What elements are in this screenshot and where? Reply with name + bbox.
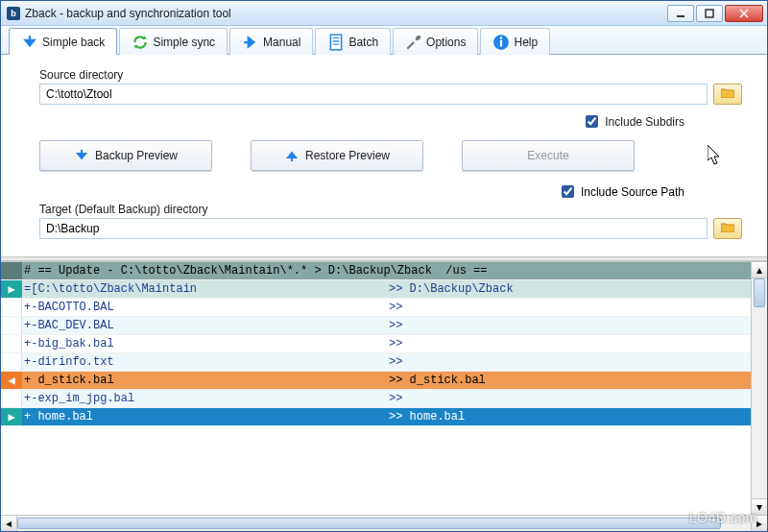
log-gutter-icon [1,353,22,371]
arrow-up-icon [284,148,300,163]
tab-manual[interactable]: Manual [229,28,313,55]
include-source-path-checkbox[interactable] [562,185,574,198]
window-controls [667,5,767,22]
log-row[interactable]: ▶=[C:\totto\Zback\Maintain>> D:\Backup\Z… [1,280,751,299]
log-text: +-exp_im_jpg.bal>> [22,390,751,407]
log-text: +-BAC_DEV.BAL>> [22,317,751,334]
browse-target-button[interactable] [713,218,742,239]
tab-label: Options [426,36,466,49]
log-text: +-big_bak.bal>> [22,335,751,352]
log-text: +-BACOTTO.BAL>> [22,299,751,316]
log-row[interactable]: ◀+ d_stick.bal>> d_stick.bal [1,372,751,390]
window-title: Zback - backup and synchronization tool [25,7,667,20]
browse-source-button[interactable] [713,84,742,105]
include-subdirs-option[interactable]: Include Subdirs [582,112,684,131]
execute-button: Execute [462,140,635,171]
include-subdirs-label: Include Subdirs [605,115,684,129]
log-gutter-icon [1,299,22,316]
log-text: + home.bal>> home.bal [22,408,751,425]
log-gutter-icon [1,335,22,352]
log-row[interactable]: +-big_bak.bal>> [1,335,751,353]
log-gutter-icon: ▶ [1,408,22,425]
log-text: =[C:\totto\Zback\Maintain>> D:\Backup\Zb… [22,280,751,298]
svg-rect-1 [706,10,713,17]
log-text: + d_stick.bal>> d_stick.bal [22,372,751,389]
app-window: b Zback - backup and synchronization too… [0,0,768,532]
log-gutter-icon: ◀ [1,372,22,389]
title-bar: b Zback - backup and synchronization too… [1,1,767,26]
backup-preview-button[interactable]: Backup Preview [39,140,212,171]
log-pane: # == Update - C:\totto\Zback\Maintain\*.… [1,261,767,515]
log-list[interactable]: # == Update - C:\totto\Zback\Maintain\*.… [1,262,751,515]
svg-rect-5 [500,39,502,46]
log-row[interactable]: ▶+ home.bal>> home.bal [1,408,751,426]
tab-label: Manual [263,36,300,49]
tab-label: Simple sync [153,36,215,49]
source-dir-label: Source directory [39,68,742,82]
tools-icon [405,34,422,51]
target-dir-label: Target (Default Backup) directory [39,203,742,216]
svg-rect-6 [500,36,502,38]
simple-back-panel: Source directory Include Subdirs Backup … [1,55,767,256]
document-icon [327,34,345,51]
include-subdirs-checkbox[interactable] [586,115,598,128]
scroll-thumb[interactable] [754,278,765,307]
scroll-up-button[interactable]: ▴ [752,262,767,278]
tab-bar: Simple back Simple sync Manual Batch Opt… [1,26,767,55]
app-icon: b [7,7,20,20]
log-gutter-icon: ▶ [1,280,22,298]
tab-label: Batch [348,36,378,49]
button-label: Backup Preview [95,149,178,162]
scroll-down-button[interactable]: ▾ [752,498,767,515]
sync-icon [132,34,149,51]
log-row[interactable]: # == Update - C:\totto\Zback\Maintain\*.… [1,262,751,280]
log-gutter-icon [1,317,22,334]
log-text: +-dirinfo.txt>> [22,353,751,371]
maximize-button[interactable] [696,5,723,22]
log-gutter-icon [1,262,22,279]
tab-batch[interactable]: Batch [315,28,391,55]
svg-point-3 [416,36,420,40]
tab-help[interactable]: Help [480,28,550,55]
arrow-down-icon [21,34,38,51]
scroll-right-button[interactable]: ▸ [751,516,767,531]
include-source-path-label: Include Source Path [581,185,684,199]
log-row[interactable]: +-exp_im_jpg.bal>> [1,390,751,408]
button-label: Execute [527,149,568,162]
log-row[interactable]: +-BACOTTO.BAL>> [1,299,751,317]
minimize-button[interactable] [667,5,694,22]
source-dir-input[interactable] [39,84,708,105]
button-label: Restore Preview [305,149,390,162]
scroll-left-button[interactable]: ◂ [1,516,17,531]
log-row[interactable]: +-dirinfo.txt>> [1,353,751,372]
restore-preview-button[interactable]: Restore Preview [251,140,423,171]
tab-simple-sync[interactable]: Simple sync [119,28,228,55]
scroll-thumb-h[interactable] [17,518,721,529]
info-icon [492,34,510,51]
folder-icon [721,87,734,101]
svg-rect-2 [331,35,342,50]
tab-simple-back[interactable]: Simple back [9,28,117,55]
horizontal-scrollbar[interactable]: ◂ ▸ [1,515,767,531]
folder-icon [721,222,734,235]
log-gutter-icon [1,390,22,407]
scroll-track-h[interactable] [17,516,751,531]
close-button[interactable] [725,5,763,22]
scroll-track[interactable] [752,278,767,498]
vertical-scrollbar[interactable]: ▴ ▾ [751,262,767,515]
include-source-path-option[interactable]: Include Source Path [558,182,684,201]
tab-label: Simple back [42,36,105,49]
log-text: # == Update - C:\totto\Zback\Maintain\*.… [22,262,751,279]
tab-options[interactable]: Options [393,28,478,55]
arrow-right-icon [242,34,259,51]
svg-rect-0 [677,15,684,17]
log-row[interactable]: +-BAC_DEV.BAL>> [1,317,751,335]
arrow-down-icon [74,148,89,163]
target-dir-input[interactable] [39,218,708,239]
tab-label: Help [514,36,538,49]
